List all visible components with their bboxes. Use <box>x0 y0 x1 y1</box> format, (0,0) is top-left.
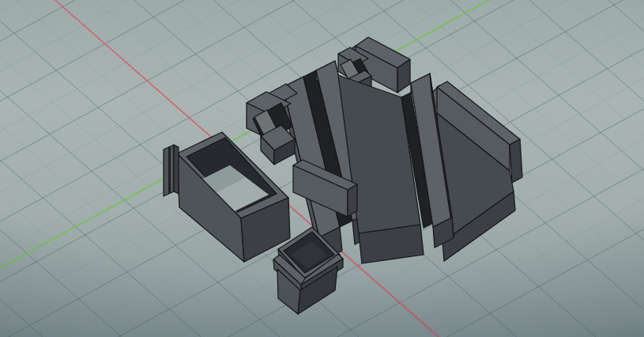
grid-line-red-dir <box>0 0 161 337</box>
grid-line-red-dir <box>0 0 82 337</box>
cad-3d-viewport[interactable] <box>0 0 644 337</box>
face-slot <box>168 146 171 194</box>
face-dark <box>348 184 357 217</box>
grid-line-red-dir <box>529 0 644 337</box>
grid-line-red-dir <box>569 0 644 337</box>
viewport-canvas[interactable] <box>0 0 644 337</box>
part-clip-small-front[interactable] <box>247 92 295 165</box>
face-dark <box>510 139 522 183</box>
part-slotted-plate[interactable] <box>269 61 454 263</box>
grid-line-green-dir <box>0 0 644 41</box>
grid-line-green-dir <box>0 0 644 71</box>
grid-line-red-dir <box>0 0 43 337</box>
grid-line-red-dir <box>0 0 319 337</box>
grid-line-red-dir <box>0 0 122 337</box>
face-dark <box>174 145 179 194</box>
model-bodies <box>164 37 522 314</box>
